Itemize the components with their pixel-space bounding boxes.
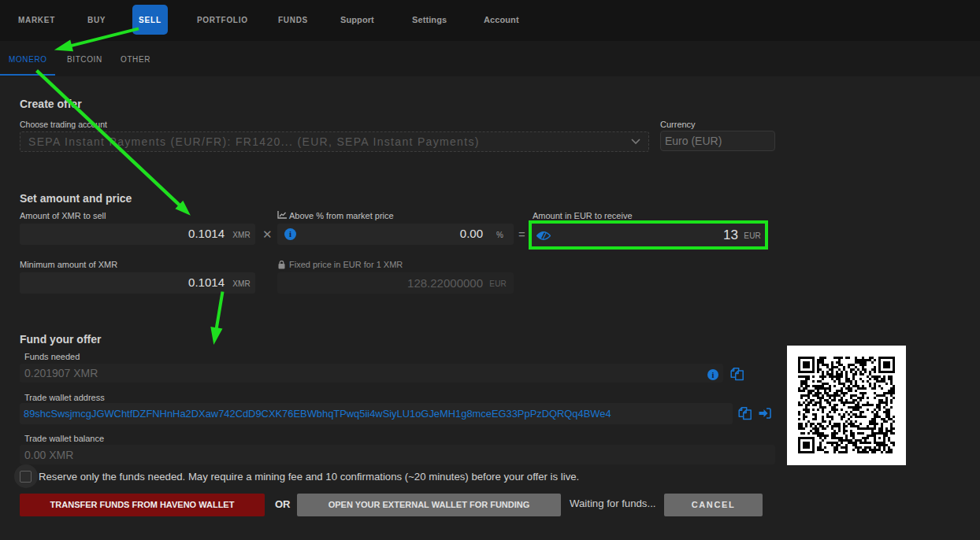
svg-text:i: i bbox=[289, 229, 291, 239]
svg-text:i: i bbox=[712, 371, 715, 379]
